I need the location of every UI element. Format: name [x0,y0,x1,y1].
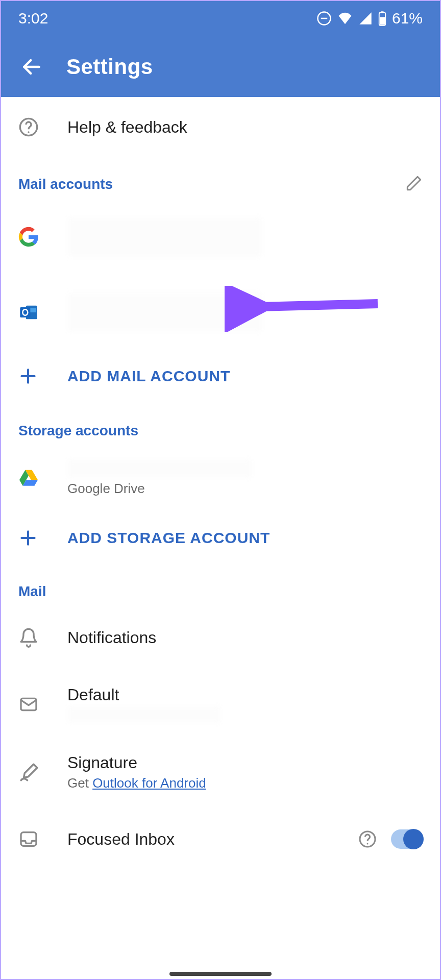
edit-accounts-button[interactable] [405,175,423,194]
help-feedback-row[interactable]: Help & feedback [0,104,441,150]
svg-rect-3 [381,11,383,13]
mail-accounts-title: Mail accounts [18,176,405,192]
notifications-row[interactable]: Notifications [0,605,441,670]
redacted-default-value [67,706,220,723]
focused-inbox-row[interactable]: Focused Inbox [0,806,441,860]
help-icon [18,117,39,137]
google-icon [18,227,39,247]
default-row[interactable]: Default [0,670,441,738]
app-bar: Settings [0,37,441,97]
bell-icon [18,627,39,648]
status-time: 3:02 [18,10,316,27]
mail-account-outlook-row[interactable] [0,275,441,350]
mail-icon [18,694,39,715]
redacted-account-text [67,293,261,332]
google-drive-icon [18,469,39,487]
add-storage-account-label: ADD STORAGE ACCOUNT [67,529,270,547]
mail-section-header: Mail [0,574,441,605]
default-label: Default [67,685,220,704]
pencil-icon [405,175,423,192]
add-storage-account-row[interactable]: ADD STORAGE ACCOUNT [0,512,441,564]
storage-accounts-header: Storage accounts [0,413,441,444]
signature-icon [18,762,40,783]
status-bar: 3:02 61% [0,0,441,37]
notifications-label: Notifications [67,628,156,647]
storage-drive-sub: Google Drive [67,481,251,497]
add-mail-account-label: ADD MAIL ACCOUNT [67,368,230,385]
status-icons: 61% [316,10,423,27]
plus-icon [18,366,38,386]
dnd-icon [316,11,332,26]
plus-icon [18,528,38,548]
wifi-icon [337,11,353,26]
outlook-android-link[interactable]: Outlook for Android [92,775,206,791]
signature-label: Signature [67,753,206,772]
arrow-left-icon [20,56,43,78]
mail-section-title: Mail [18,583,423,600]
signature-row[interactable]: Signature Get Outlook for Android [0,738,441,806]
add-mail-account-row[interactable]: ADD MAIL ACCOUNT [0,350,441,402]
svg-point-19 [367,843,369,845]
help-icon[interactable] [358,830,377,848]
redacted-account-text [67,459,251,478]
back-button[interactable] [16,52,47,82]
outlook-icon [18,302,39,323]
storage-accounts-title: Storage accounts [18,423,423,439]
navigation-handle[interactable] [169,972,272,976]
storage-account-drive-row[interactable]: Google Drive [0,444,441,512]
help-feedback-label: Help & feedback [67,118,187,137]
page-title: Settings [66,55,153,79]
battery-text: 61% [392,10,423,27]
focused-inbox-label: Focused Inbox [67,830,175,849]
cell-signal-icon [358,11,373,26]
focused-inbox-toggle[interactable] [391,829,423,849]
svg-point-7 [28,131,29,133]
mail-accounts-header: Mail accounts [0,165,441,199]
signature-sub: Get Outlook for Android [67,775,206,791]
inbox-icon [18,829,39,849]
redacted-account-text [67,217,261,256]
battery-icon [378,11,387,26]
svg-rect-4 [380,17,385,25]
mail-account-google-row[interactable] [0,199,441,275]
